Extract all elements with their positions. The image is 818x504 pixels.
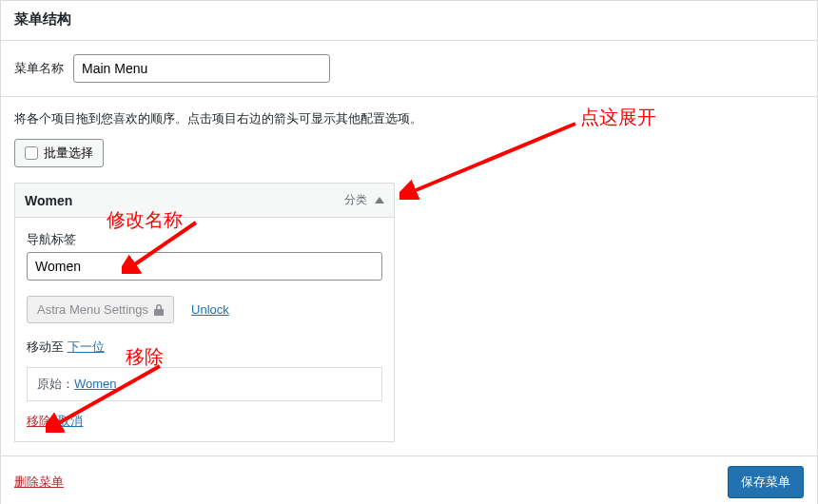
bulk-select-label: 批量选择 <box>44 145 93 162</box>
annotation-arrow-remove <box>46 361 169 433</box>
collapse-toggle-icon[interactable] <box>375 197 384 204</box>
panel-header: 菜单结构 <box>1 0 817 41</box>
delete-menu-link[interactable]: 删除菜单 <box>14 474 64 491</box>
menu-name-row: 菜单名称 <box>1 41 817 97</box>
save-menu-button[interactable]: 保存菜单 <box>728 466 804 498</box>
nav-label-caption: 导航标签 <box>27 231 382 248</box>
menu-name-label: 菜单名称 <box>14 60 64 77</box>
bulk-select-button[interactable]: 批量选择 <box>14 139 104 167</box>
svg-line-2 <box>53 366 160 426</box>
menu-name-input[interactable] <box>73 54 330 83</box>
astra-settings-label: Astra Menu Settings <box>37 302 148 317</box>
menu-item-header[interactable]: Women 分类 <box>15 184 394 218</box>
move-to-label: 移动至 <box>27 339 64 354</box>
checkbox-icon <box>25 146 38 160</box>
footer: 删除菜单 保存菜单 <box>1 456 817 504</box>
svg-line-0 <box>409 124 575 193</box>
unlock-link[interactable]: Unlock <box>191 302 229 317</box>
panel-title: 菜单结构 <box>14 10 804 29</box>
menu-item-title: Women <box>25 193 72 208</box>
menu-item-type: 分类 <box>344 192 367 208</box>
annotation-rename: 修改名称 <box>107 207 183 233</box>
lock-icon <box>154 304 164 316</box>
annotation-expand: 点这展开 <box>580 105 656 130</box>
move-next-link[interactable]: 下一位 <box>68 339 105 354</box>
annotation-arrow-expand <box>399 119 590 200</box>
annotation-remove: 移除 <box>126 344 164 370</box>
nav-label-input[interactable] <box>27 252 382 281</box>
astra-settings-button: Astra Menu Settings <box>27 296 174 323</box>
move-row: 移动至 下一位 <box>27 339 382 356</box>
